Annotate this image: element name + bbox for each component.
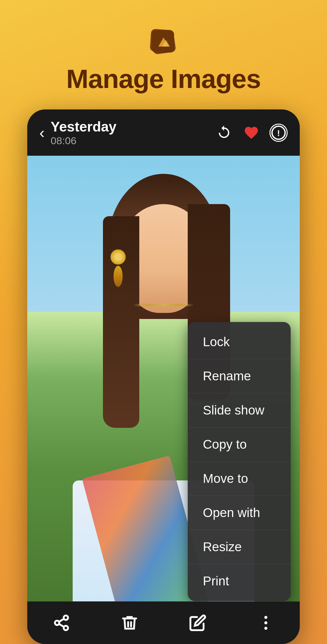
info-icon[interactable]: ! xyxy=(269,124,288,142)
menu-item-print[interactable]: Print xyxy=(188,564,291,598)
svg-point-7 xyxy=(64,616,68,620)
bottom-toolbar xyxy=(27,601,300,644)
delete-button[interactable] xyxy=(114,611,145,635)
context-menu: Lock Rename Slide show Copy to Move to O… xyxy=(188,322,291,601)
top-section: Manage Images xyxy=(0,0,327,109)
back-button[interactable]: ‹ xyxy=(39,125,45,141)
svg-line-11 xyxy=(59,619,64,622)
share-button[interactable] xyxy=(46,611,77,635)
header-title: Yesterday xyxy=(51,119,209,135)
svg-point-8 xyxy=(55,621,59,625)
menu-item-rename[interactable]: Rename xyxy=(188,359,291,393)
menu-item-open-with[interactable]: Open with xyxy=(188,496,291,530)
app-title: Manage Images xyxy=(66,63,261,94)
hair-left xyxy=(103,216,139,428)
menu-item-move-to[interactable]: Move to xyxy=(188,462,291,496)
menu-item-slideshow[interactable]: Slide show xyxy=(188,393,291,428)
header-title-group: Yesterday 08:06 xyxy=(51,119,209,147)
header-subtitle: 08:06 xyxy=(51,135,209,147)
rotate-icon[interactable] xyxy=(215,124,233,142)
header: ‹ Yesterday 08:06 ! xyxy=(27,109,300,156)
necklace xyxy=(133,304,194,306)
edit-button[interactable] xyxy=(183,611,213,635)
header-actions: ! xyxy=(215,124,288,142)
more-button[interactable] xyxy=(251,611,281,635)
svg-point-9 xyxy=(64,626,68,630)
heart-icon[interactable] xyxy=(242,124,260,142)
more-dots-icon xyxy=(264,616,267,630)
menu-item-resize[interactable]: Resize xyxy=(188,530,291,564)
svg-text:!: ! xyxy=(277,128,280,138)
earring xyxy=(111,249,126,286)
app-icon xyxy=(147,24,180,57)
svg-line-10 xyxy=(59,624,64,627)
menu-item-lock[interactable]: Lock xyxy=(188,325,291,359)
image-area: Lock Rename Slide show Copy to Move to O… xyxy=(27,156,300,601)
phone-frame: ‹ Yesterday 08:06 ! xyxy=(27,109,300,644)
menu-item-copy-to[interactable]: Copy to xyxy=(188,428,291,462)
